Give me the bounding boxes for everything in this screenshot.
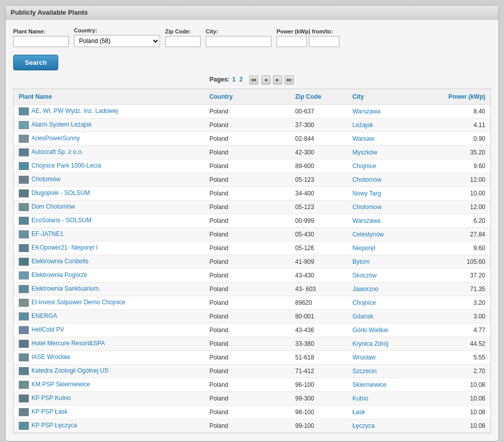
plant-name-link[interactable]: ENERGA bbox=[31, 312, 57, 319]
plant-name-label: Plant Name: bbox=[13, 28, 69, 34]
plant-name-link[interactable]: El-Invest Solpower Demo Chojnice bbox=[31, 299, 125, 306]
country-cell: Poland bbox=[204, 214, 290, 228]
city-cell: Wrocław bbox=[347, 351, 419, 365]
col-country[interactable]: Country bbox=[204, 89, 290, 105]
plant-name-link[interactable]: Chotomów bbox=[31, 176, 60, 183]
pagination: Pages: 1 2 ⏮ ◄ ► ⏭ bbox=[13, 75, 491, 85]
plant-name-link[interactable]: AE, WI, PW Wydz. Inz. Ladowej bbox=[31, 107, 118, 114]
country-select[interactable]: Poland (58) Germany Austria bbox=[74, 35, 160, 47]
city-cell: Warszawa bbox=[347, 105, 419, 118]
table-row: Dom ChotomówPoland05-123Chotomow12.00 bbox=[14, 200, 490, 214]
plant-name-link[interactable]: Alarm System Leżajsk bbox=[31, 121, 92, 128]
zip-code-label: Zip Code: bbox=[165, 28, 201, 34]
plant-name-link[interactable]: IASE Wrocław bbox=[31, 353, 70, 360]
plant-name-cell: KM PSP Skierniewice bbox=[14, 378, 204, 392]
plant-name-link[interactable]: Elektrownia Conbelts bbox=[31, 258, 89, 265]
power-cell: 10.08 bbox=[419, 378, 490, 392]
table-row: Elektrownia Sanktuarium.Poland43- 603Jaw… bbox=[14, 283, 490, 296]
plant-name-link[interactable]: Elektrownia Pogórze bbox=[31, 271, 87, 278]
plant-name-cell: Elektrownia Sanktuarium. bbox=[14, 283, 204, 296]
power-cell: 2.70 bbox=[419, 365, 490, 378]
col-zip-code[interactable]: Zip Code bbox=[290, 89, 347, 105]
city-cell: Krynica Zdrój bbox=[347, 337, 419, 351]
power-cell: 3.00 bbox=[419, 310, 490, 324]
zip-code-input[interactable] bbox=[165, 36, 201, 47]
col-city[interactable]: City bbox=[347, 89, 419, 105]
table-row: Hotel Mercure Resort&SPAPoland33-380Kryn… bbox=[14, 337, 490, 351]
power-to-input[interactable] bbox=[309, 36, 339, 47]
country-cell: Poland bbox=[204, 173, 290, 187]
plant-name-link[interactable]: HellCold PV bbox=[31, 326, 64, 333]
country-cell: Poland bbox=[204, 310, 290, 324]
table-row: EKOpower21- Nieporęt IPoland05-126Niepor… bbox=[14, 242, 490, 255]
plant-name-link[interactable]: KP PSP Łask bbox=[31, 408, 68, 415]
plant-name-cell: Dom Chotomów bbox=[14, 200, 204, 214]
plant-name-link[interactable]: Autocraft Sp. z o.o. bbox=[31, 148, 83, 155]
plant-name-link[interactable]: Katedra Zoologii Ogólnej US bbox=[31, 367, 108, 374]
city-cell: Chotomow bbox=[347, 200, 419, 214]
results-table: Plant Name Country Zip Code City Power (… bbox=[14, 89, 490, 433]
power-cell: 44.52 bbox=[419, 337, 490, 351]
city-cell: Chotomów bbox=[347, 173, 419, 187]
table-body: AE, WI, PW Wydz. Inz. LadowejPoland00-63… bbox=[14, 105, 490, 433]
zip-cell: 71-412 bbox=[290, 365, 347, 378]
city-cell: Chojnice bbox=[347, 159, 419, 173]
power-label: Power (kWp) from/to: bbox=[277, 28, 339, 34]
plant-name-link[interactable]: EKOpower21- Nieporęt I bbox=[31, 244, 98, 251]
search-button[interactable]: Search bbox=[13, 55, 58, 70]
plant-icon bbox=[19, 244, 29, 252]
page-1-link[interactable]: 1 bbox=[232, 76, 236, 83]
country-cell: Poland bbox=[204, 406, 290, 419]
page-2-link[interactable]: 2 bbox=[240, 76, 243, 83]
table-row: Chojnice Park 1000-LeciaPoland89-600Choj… bbox=[14, 159, 490, 173]
plant-name-input[interactable] bbox=[13, 36, 69, 47]
first-page-button[interactable]: ⏮ bbox=[249, 75, 258, 85]
plant-icon bbox=[19, 381, 29, 389]
table-row: Katedra Zoologii Ogólnej USPoland71-412S… bbox=[14, 365, 490, 378]
city-cell: Skierniewice bbox=[347, 378, 419, 392]
city-cell: Górki Wielkie bbox=[347, 324, 419, 337]
plant-name-link[interactable]: Dom Chotomów bbox=[31, 203, 75, 210]
country-cell: Poland bbox=[204, 146, 290, 159]
plant-name-cell: Dlugopole - SOLSUM bbox=[14, 187, 204, 200]
city-input[interactable] bbox=[206, 36, 272, 47]
plant-name-link[interactable]: EF-JATNE1 bbox=[31, 230, 63, 237]
city-cell: Bytom bbox=[347, 255, 419, 269]
table-row: AE, WI, PW Wydz. Inz. LadowejPoland00-63… bbox=[14, 105, 490, 118]
plant-icon bbox=[19, 299, 29, 307]
plant-name-link[interactable]: Hotel Mercure Resort&SPA bbox=[31, 340, 105, 347]
table-row: IASE WrocławPoland51-618Wrocław5.55 bbox=[14, 351, 490, 365]
plant-icon bbox=[19, 340, 29, 348]
power-group: Power (kWp) from/to: bbox=[277, 28, 339, 47]
plant-name-link[interactable]: KM PSP Skierniewice bbox=[31, 381, 90, 388]
country-cell: Poland bbox=[204, 324, 290, 337]
plant-name-link[interactable]: Chojnice Park 1000-Lecia bbox=[31, 162, 101, 169]
country-cell: Poland bbox=[204, 392, 290, 406]
plant-name-link[interactable]: Elektrownia Sanktuarium. bbox=[31, 285, 100, 292]
plant-icon bbox=[19, 312, 29, 320]
power-cell: 5.55 bbox=[419, 351, 490, 365]
zip-cell: 89-600 bbox=[290, 159, 347, 173]
next-page-button[interactable]: ► bbox=[273, 75, 282, 85]
table-row: Dlugopole - SOLSUMPoland34-400Nowy Targ1… bbox=[14, 187, 490, 200]
plant-name-link[interactable]: KP PSP Kutno bbox=[31, 394, 71, 401]
plant-name-cell: Chotomów bbox=[14, 173, 204, 187]
plant-name-cell: Elektrownia Pogórze bbox=[14, 269, 204, 283]
table-row: HellCold PVPoland43-436Górki Wielkie4.77 bbox=[14, 324, 490, 337]
plant-icon bbox=[19, 422, 29, 430]
city-cell: Szczecin bbox=[347, 365, 419, 378]
table-row: Autocraft Sp. z o.o.Poland42-300Myszków3… bbox=[14, 146, 490, 159]
last-page-button[interactable]: ⏭ bbox=[285, 75, 294, 85]
power-from-input[interactable] bbox=[277, 36, 307, 47]
prev-page-button[interactable]: ◄ bbox=[261, 75, 270, 85]
plant-name-link[interactable]: AriesPowerSunny bbox=[31, 135, 80, 142]
power-cell: 27.84 bbox=[419, 228, 490, 242]
col-plant-name[interactable]: Plant Name bbox=[14, 89, 204, 105]
plant-name-link[interactable]: EcoSolaris - SOLSUM bbox=[31, 217, 92, 224]
col-power[interactable]: Power (kWp) bbox=[419, 89, 490, 105]
plant-name-link[interactable]: Dlugopole - SOLSUM bbox=[31, 189, 90, 196]
plant-name-link[interactable]: KP PSP Łęczyca bbox=[31, 422, 77, 429]
plant-icon bbox=[19, 408, 29, 416]
pages-label: Pages: bbox=[210, 76, 229, 83]
power-cell: 10.08 bbox=[419, 419, 490, 433]
